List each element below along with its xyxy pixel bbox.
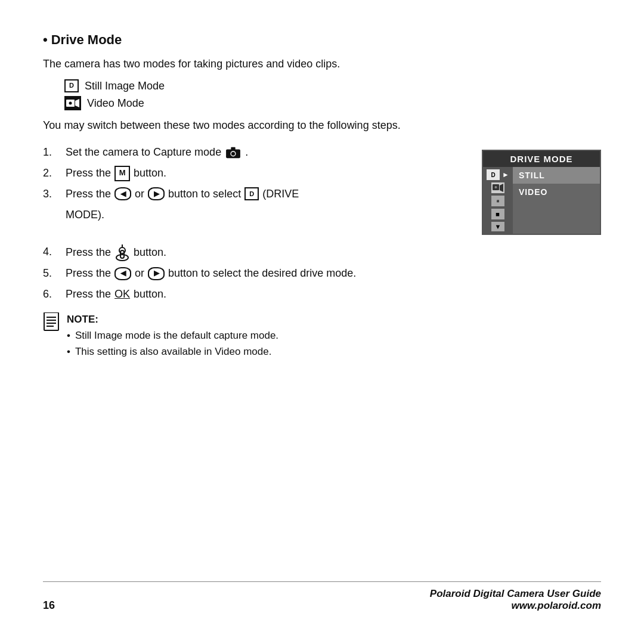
switch-text: You may switch between these two modes a… [43,117,601,134]
note-bullet-2: • This setting is also available in Vide… [67,343,278,360]
intro-text: The camera has two modes for taking pict… [43,56,601,73]
drive-panel-header: DRIVE MODE [483,151,600,167]
m-button-icon: M [114,166,130,181]
panel-arrow-right: ► [502,171,509,179]
panel-down-arrow: ▼ [491,222,504,231]
step-3-num: 3. [43,185,60,203]
drive-panel-icons-col: D ► ◾ [483,167,513,234]
footer-page-number: 16 [43,599,55,612]
note-content: NOTE: • Still Image mode is the default … [67,311,278,360]
svg-rect-14 [44,312,58,330]
video-mode-label: Video Mode [87,95,144,112]
main-content: • Drive Mode The camera has two modes fo… [43,32,601,577]
section-title: • Drive Mode [43,32,601,48]
step-6-text2: button. [134,286,166,303]
note-icon [43,312,60,335]
step-1-content: Set the camera to Capture mode . [66,144,248,161]
note-bullet-2-marker: • [67,343,70,360]
step-3-text2: button to select [168,185,241,203]
footer: 16 Polaroid Digital Camera User Guide ww… [43,581,601,612]
bullet: • [43,32,48,48]
svg-marker-8 [500,184,503,192]
footer-brand-url: www.polaroid.com [430,600,601,612]
panel-icon-3: ◾ [491,196,504,206]
step-1-num: 1. [43,144,60,161]
video-mode-item: Video Mode [64,95,601,112]
step-4: 4. Press the button. [43,243,601,261]
left-arrow-icon: ◀ [114,187,131,200]
step-5-content: Press the ◀ or ▶ button to select the de… [66,265,356,282]
step-3-content: Press the ◀ or ▶ button to select D (DRI… [66,185,299,203]
video-mode-icon [64,96,81,110]
drive-panel-body: D ► ◾ [483,167,600,234]
svg-point-9 [494,186,497,188]
note-section: NOTE: • Still Image mode is the default … [43,311,601,360]
drive-panel-options: STILL VIDEO [513,167,600,234]
step-1-period: . [245,144,248,161]
step-6-text: Press the [66,286,111,303]
panel-option-still: STILL [513,167,600,184]
step-3: 3. Press the ◀ or ▶ button to select D (… [43,185,458,203]
capture-mode-camera-icon [225,146,242,159]
panel-icon-4: ◼ [491,209,504,219]
step-5-text: Press the [66,265,111,282]
footer-brand-title: Polaroid Digital Camera User Guide [430,588,601,599]
step-4-text: Press the [66,244,111,261]
step-3-continuation: MODE). [66,206,458,224]
step-6-content: Press the OK button. [66,286,166,303]
right-arrow-icon: ▶ [148,187,165,200]
step-5-num: 5. [43,265,60,282]
svg-rect-4 [231,147,235,150]
step-2-content: Press the M button. [66,165,166,182]
still-mode-icon: D [64,79,79,92]
steps-container: 1. Set the camera to Capture mode [43,144,601,235]
drive-mode-d-icon: D [244,187,259,200]
still-image-mode-item: D Still Image Mode [64,78,601,95]
panel-row-still: D ► [487,169,509,180]
step-6: 6. Press the OK button. [43,286,601,303]
step-5: 5. Press the ◀ or ▶ button to select the… [43,265,601,282]
svg-marker-1 [75,99,79,107]
step-1: 1. Set the camera to Capture mode [43,144,458,161]
step-4-text2: button. [134,244,166,261]
step-4-num: 4. [43,243,60,261]
steps-lower: 4. Press the button. [43,243,601,303]
panel-option-video: VIDEO [513,184,600,200]
svg-point-6 [231,151,235,155]
svg-point-2 [69,102,72,105]
note-bullet-2-text: This setting is also available in Video … [75,343,271,360]
thumb-button-icon [114,243,130,261]
steps-left: 1. Set the camera to Capture mode [43,144,458,223]
step5-left-arrow-icon: ◀ [114,267,131,280]
step-4-content: Press the button. [66,243,166,261]
step-5-or: or [135,265,144,282]
drive-mode-panel: DRIVE MODE D ► [482,150,601,235]
step-3-or: or [135,185,144,203]
note-bullet-1-text: Still Image mode is the default capture … [75,327,278,343]
step-2-num: 2. [43,165,60,182]
note-bullet-1: • Still Image mode is the default captur… [67,327,278,343]
step-1-text: Set the camera to Capture mode [66,144,221,161]
step-6-num: 6. [43,286,60,303]
step-2-text2: button. [134,165,166,182]
panel-video-icon [491,182,504,193]
note-title: NOTE: [67,314,98,325]
step-3-text3: (DRIVE [262,185,299,203]
note-bullet-1-marker: • [67,327,70,343]
still-mode-label: Still Image Mode [85,78,165,95]
page: • Drive Mode The camera has two modes fo… [0,0,644,644]
step-5-text2: button to select the desired drive mode. [168,265,356,282]
mode-list: D Still Image Mode Video Mode [64,78,601,112]
panel-still-icon: D [487,169,500,180]
step5-right-arrow-icon: ▶ [148,267,165,280]
step-3-text: Press the [66,185,111,203]
footer-brand: Polaroid Digital Camera User Guide www.p… [430,588,601,612]
step-2-text: Press the [66,165,111,182]
drive-mode-title: Drive Mode [51,32,122,48]
step-2: 2. Press the M button. [43,165,458,182]
ok-button-label: OK [114,286,130,303]
